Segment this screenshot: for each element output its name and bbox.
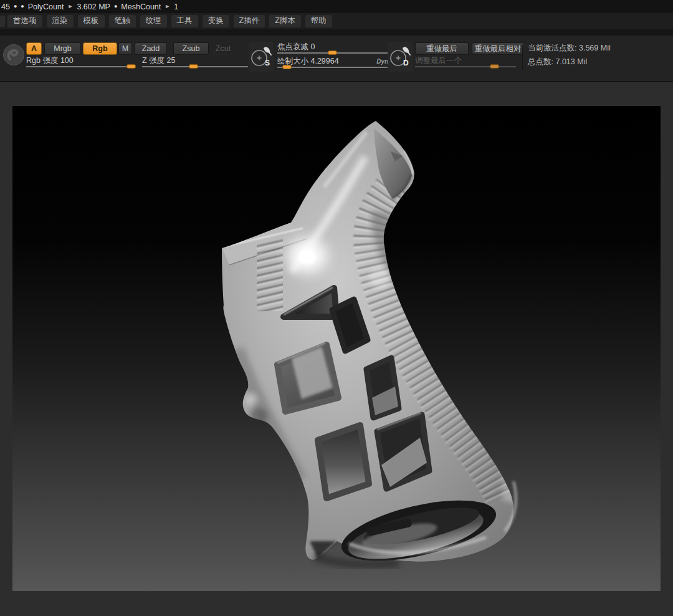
menu-toolbar-divider bbox=[0, 29, 673, 36]
sculpt-model[interactable] bbox=[12, 106, 661, 591]
button-zsub[interactable]: Zsub bbox=[173, 42, 209, 55]
focal-shift-value: 0 bbox=[310, 42, 315, 51]
slider-track[interactable] bbox=[26, 66, 136, 67]
draw-size-label: 绘制大小 bbox=[277, 57, 308, 65]
menu-item-tool[interactable]: 工具 bbox=[171, 15, 198, 27]
active-points-value: 3.569 Mil bbox=[579, 44, 611, 52]
slider-handle[interactable] bbox=[126, 64, 136, 69]
menu-item-transform[interactable]: 变换 bbox=[203, 15, 229, 27]
z-intensity-slider[interactable]: Z 强度 25 bbox=[142, 56, 248, 70]
button-mrgb[interactable]: Mrgb bbox=[44, 42, 81, 55]
rgb-intensity-label: Rgb 强度 bbox=[26, 56, 58, 65]
stroke-brush-icon: S bbox=[249, 42, 274, 72]
adjust-last-label: 调整最后一个 bbox=[415, 56, 462, 65]
document-canvas[interactable] bbox=[12, 106, 661, 591]
viewport-frame bbox=[0, 82, 673, 616]
active-points-label: 当前激活点数: bbox=[528, 44, 576, 52]
rgb-intensity-value: 100 bbox=[60, 56, 74, 65]
menu-item-preferences[interactable]: 首选项 bbox=[7, 15, 42, 27]
menu-item-render[interactable]: 渲染 bbox=[47, 15, 74, 27]
slider-track[interactable] bbox=[415, 66, 516, 67]
menu-bar: 首选项 渲染 模板 笔触 纹理 工具 变换 Z插件 Z脚本 帮助 bbox=[0, 13, 673, 29]
button-zadd[interactable]: Zadd bbox=[135, 42, 167, 55]
menu-item-help[interactable]: 帮助 bbox=[305, 15, 332, 27]
svg-text:S: S bbox=[265, 59, 270, 67]
slider-handle[interactable] bbox=[189, 64, 198, 69]
point-stats: 当前激活点数: 3.569 Mil 总点数: 7.013 Mil bbox=[528, 44, 611, 71]
menu-item-stroke[interactable]: 笔触 bbox=[109, 15, 136, 27]
focal-shift-slider[interactable]: 焦点衰减 0 bbox=[277, 42, 404, 56]
redo-last-relative-button[interactable]: 重做最后相对 bbox=[472, 42, 524, 55]
polycount-value: 3.602 MP bbox=[77, 2, 110, 11]
redo-last-button[interactable]: 重做最后 bbox=[415, 42, 469, 55]
status-dot-icon: ● bbox=[114, 4, 117, 9]
z-intensity-value: 25 bbox=[167, 56, 176, 65]
slider-track[interactable] bbox=[142, 66, 248, 67]
adjust-last-slider[interactable]: 调整最后一个 bbox=[415, 56, 516, 70]
draw-icon-panel[interactable]: D bbox=[388, 42, 413, 72]
slider-track[interactable] bbox=[277, 52, 404, 54]
menu-item-zplugin[interactable]: Z插件 bbox=[234, 15, 265, 27]
arrow-icon: ► bbox=[67, 4, 73, 9]
top-shelf-toolbar: A Mrgb Rgb M Zadd Zsub Zcut Rgb 强度 100 Z… bbox=[0, 36, 673, 82]
svg-text:D: D bbox=[403, 59, 409, 67]
stroke-icon-panel[interactable]: S bbox=[249, 42, 274, 72]
polycount-label: PolyCount bbox=[28, 2, 64, 11]
slider-handle[interactable] bbox=[328, 51, 337, 55]
slider-track[interactable] bbox=[277, 67, 404, 68]
frame-counter: 45 bbox=[1, 2, 10, 11]
button-a[interactable]: A bbox=[26, 42, 42, 55]
draw-size-value: 4.29964 bbox=[310, 57, 338, 65]
status-dot-icon: ● bbox=[21, 4, 24, 9]
arrow-icon: ► bbox=[165, 4, 170, 9]
meshcount-label: MeshCount bbox=[121, 2, 161, 11]
button-zcut[interactable]: Zcut bbox=[211, 42, 236, 55]
rgb-intensity-slider[interactable]: Rgb 强度 100 bbox=[26, 56, 136, 70]
menu-item-partial[interactable] bbox=[0, 16, 5, 27]
draw-brush-icon: D bbox=[388, 42, 413, 72]
button-m[interactable]: M bbox=[118, 42, 132, 55]
zbrush-logo-icon bbox=[2, 44, 25, 66]
slider-handle[interactable] bbox=[282, 65, 292, 69]
draw-size-slider[interactable]: 绘制大小 4.29964 Dynamic bbox=[277, 57, 404, 70]
menu-item-template[interactable]: 模板 bbox=[78, 15, 105, 27]
meshcount-value: 1 bbox=[174, 2, 178, 11]
total-points-value: 7.013 Mil bbox=[555, 57, 587, 66]
title-bar: 45 ● ● PolyCount ► 3.602 MP ● MeshCount … bbox=[0, 0, 673, 13]
status-dot-icon: ● bbox=[14, 4, 17, 9]
menu-item-zscript[interactable]: Z脚本 bbox=[269, 15, 301, 27]
z-intensity-label: Z 强度 bbox=[142, 56, 165, 65]
button-rgb[interactable]: Rgb bbox=[83, 42, 117, 55]
menu-item-texture[interactable]: 纹理 bbox=[140, 15, 167, 27]
focal-shift-label: 焦点衰减 bbox=[277, 42, 308, 51]
total-points-label: 总点数: bbox=[528, 57, 553, 66]
slider-handle[interactable] bbox=[490, 64, 499, 69]
